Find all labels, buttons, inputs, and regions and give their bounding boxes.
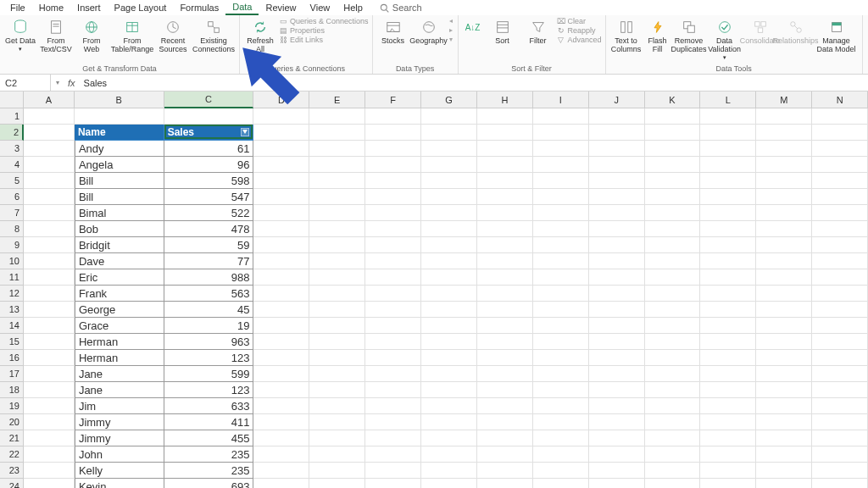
column-header-I[interactable]: I (533, 92, 589, 108)
column-header-B[interactable]: B (75, 92, 164, 108)
cell-F5[interactable] (365, 173, 421, 189)
properties-button[interactable]: ▤Properties (279, 26, 369, 35)
cells-area[interactable]: NameSalesAndy61Angela96Bill598Bill547Bim… (24, 108, 868, 488)
cell-G8[interactable] (421, 221, 477, 237)
cell-K3[interactable] (645, 141, 701, 157)
stocks-button[interactable]: Stocks (376, 17, 410, 47)
cell-C12[interactable]: 563 (164, 286, 254, 302)
cell-C21[interactable]: 455 (164, 430, 254, 446)
cell-N13[interactable] (812, 302, 868, 318)
cell-A11[interactable] (24, 269, 75, 286)
cell-I20[interactable] (533, 414, 589, 430)
cell-H10[interactable] (477, 253, 533, 269)
cell-K21[interactable] (645, 430, 701, 446)
cell-H11[interactable] (477, 269, 533, 286)
cell-E5[interactable] (309, 173, 365, 189)
column-header-H[interactable]: H (477, 92, 533, 108)
cell-F10[interactable] (365, 253, 421, 269)
cell-N8[interactable] (812, 221, 868, 237)
cell-I1[interactable] (533, 108, 589, 125)
cell-C4[interactable]: 96 (164, 157, 254, 173)
cell-C1[interactable] (164, 108, 254, 125)
cell-D15[interactable] (253, 334, 309, 350)
cell-A6[interactable] (24, 189, 75, 205)
cell-E21[interactable] (309, 430, 365, 446)
cell-B20[interactable]: Jimmy (75, 414, 164, 430)
cell-H2[interactable] (477, 125, 533, 141)
cell-G17[interactable] (421, 366, 477, 382)
cell-G13[interactable] (421, 302, 477, 318)
cell-C22[interactable]: 235 (164, 446, 254, 463)
cell-F1[interactable] (365, 108, 421, 125)
cell-L16[interactable] (700, 350, 756, 366)
column-header-K[interactable]: K (645, 92, 701, 108)
select-all-corner[interactable] (0, 92, 24, 108)
cell-C2[interactable]: Sales (164, 125, 254, 141)
cell-N23[interactable] (812, 463, 868, 479)
cell-K2[interactable] (645, 125, 701, 141)
cell-E19[interactable] (309, 398, 365, 414)
cell-B24[interactable]: Kevin (75, 479, 164, 488)
cell-L13[interactable] (700, 302, 756, 318)
chevron-left-icon[interactable]: ◂ (449, 17, 453, 25)
cell-J16[interactable] (589, 350, 645, 366)
cell-C13[interactable]: 45 (164, 302, 254, 318)
cell-F20[interactable] (365, 414, 421, 430)
cell-E14[interactable] (309, 318, 365, 334)
cell-A17[interactable] (24, 366, 75, 382)
row-header-13[interactable]: 13 (0, 302, 24, 318)
data-validation-button[interactable]: Data Validation▾ (708, 17, 742, 62)
cell-J9[interactable] (589, 237, 645, 253)
row-header-22[interactable]: 22 (0, 446, 24, 463)
row-header-12[interactable]: 12 (0, 286, 24, 302)
cell-D21[interactable] (253, 430, 309, 446)
cell-I7[interactable] (533, 205, 589, 221)
tab-review[interactable]: Review (259, 1, 303, 14)
row-header-8[interactable]: 8 (0, 221, 24, 237)
column-header-M[interactable]: M (756, 92, 812, 108)
cell-F4[interactable] (365, 157, 421, 173)
column-header-A[interactable]: A (24, 92, 75, 108)
reapply-button[interactable]: ↻Reapply (557, 26, 602, 35)
cell-K15[interactable] (645, 334, 701, 350)
cell-J15[interactable] (589, 334, 645, 350)
cell-N17[interactable] (812, 366, 868, 382)
cell-E6[interactable] (309, 189, 365, 205)
cell-A12[interactable] (24, 286, 75, 302)
cell-E9[interactable] (309, 237, 365, 253)
column-header-G[interactable]: G (421, 92, 477, 108)
cell-H9[interactable] (477, 237, 533, 253)
cell-A22[interactable] (24, 446, 75, 463)
cell-J24[interactable] (589, 479, 645, 488)
cell-E11[interactable] (309, 269, 365, 286)
cell-J14[interactable] (589, 318, 645, 334)
dropdown-icon[interactable]: ▾ (56, 79, 59, 86)
cell-L20[interactable] (700, 414, 756, 430)
cell-M24[interactable] (756, 479, 812, 488)
cell-H21[interactable] (477, 430, 533, 446)
cell-L4[interactable] (700, 157, 756, 173)
sort-button[interactable]: Sort (486, 17, 520, 47)
cell-C5[interactable]: 598 (164, 173, 254, 189)
cell-G6[interactable] (421, 189, 477, 205)
cell-L9[interactable] (700, 237, 756, 253)
cell-C8[interactable]: 478 (164, 221, 254, 237)
cell-F24[interactable] (365, 479, 421, 488)
cell-L8[interactable] (700, 221, 756, 237)
cell-F8[interactable] (365, 221, 421, 237)
cell-E20[interactable] (309, 414, 365, 430)
cell-A1[interactable] (24, 108, 75, 125)
cell-G22[interactable] (421, 446, 477, 463)
filter-button[interactable]: Filter (521, 17, 555, 47)
cell-J13[interactable] (589, 302, 645, 318)
cell-K9[interactable] (645, 237, 701, 253)
cell-N6[interactable] (812, 189, 868, 205)
data-model-button[interactable]: Manage Data Model (815, 17, 859, 56)
cell-I3[interactable] (533, 141, 589, 157)
cell-E17[interactable] (309, 366, 365, 382)
cell-K11[interactable] (645, 269, 701, 286)
cell-I19[interactable] (533, 398, 589, 414)
geography-button[interactable]: Geography (412, 17, 446, 47)
cell-E12[interactable] (309, 286, 365, 302)
row-header-18[interactable]: 18 (0, 382, 24, 398)
